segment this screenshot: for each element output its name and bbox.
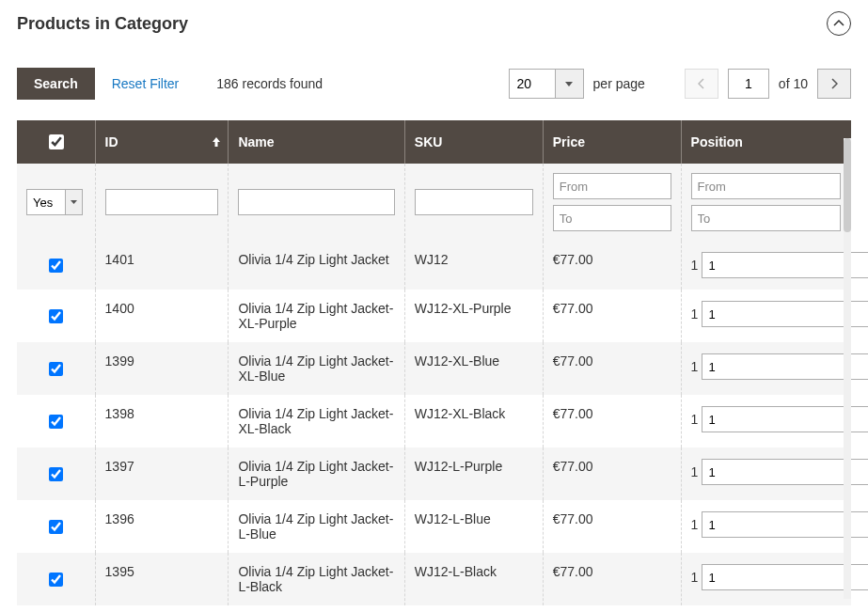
cell-price: €77.00: [543, 342, 681, 395]
cell-name: Olivia 1/4 Zip Light Jacket-XL-Black: [229, 395, 404, 447]
header-price[interactable]: Price: [543, 120, 681, 164]
cell-sku: WJ12-XL-Black: [404, 395, 543, 447]
position-prefix: 1: [691, 570, 699, 585]
header-name[interactable]: Name: [229, 120, 404, 164]
current-page-input[interactable]: [728, 69, 769, 99]
filter-price-to[interactable]: [553, 205, 671, 231]
cell-sku: WJ12-XL-Blue: [404, 342, 543, 395]
per-page-dropdown-toggle[interactable]: [556, 69, 584, 99]
position-prefix: 1: [691, 306, 699, 322]
table-row[interactable]: 1398Olivia 1/4 Zip Light Jacket-XL-Black…: [17, 395, 851, 447]
records-found-text: 186 records found: [216, 76, 323, 91]
cell-id: 1395: [95, 553, 229, 605]
cell-name: Olivia 1/4 Zip Light Jacket-L-Blue: [229, 500, 404, 553]
filter-select-include-input[interactable]: [26, 189, 66, 215]
cell-name: Olivia 1/4 Zip Light Jacket: [229, 241, 404, 290]
position-prefix: 1: [691, 517, 699, 532]
cell-id: 1401: [95, 241, 229, 290]
cell-id: 1397: [95, 447, 229, 500]
cell-position: 1: [681, 342, 850, 395]
sort-asc-icon: [213, 134, 220, 149]
filter-position-to[interactable]: [691, 205, 841, 231]
per-page-select[interactable]: [509, 69, 584, 99]
header-id[interactable]: ID: [95, 120, 229, 164]
cell-sku: WJ12: [404, 241, 543, 290]
cell-price: €77.00: [543, 447, 681, 500]
cell-sku: WJ12-L-Black: [404, 553, 543, 605]
header-position-label: Position: [691, 134, 743, 149]
prev-page-button[interactable]: [685, 69, 718, 99]
products-grid: ID Name SKU Price Position: [17, 120, 851, 605]
table-row[interactable]: 1395Olivia 1/4 Zip Light Jacket-L-BlackW…: [17, 553, 851, 605]
cell-position: 1: [681, 395, 850, 447]
cell-id: 1400: [95, 290, 229, 342]
table-row[interactable]: 1399Olivia 1/4 Zip Light Jacket-XL-BlueW…: [17, 342, 851, 395]
cell-price: €77.00: [543, 553, 681, 605]
chevron-right-icon: [830, 78, 838, 89]
table-row[interactable]: 1397Olivia 1/4 Zip Light Jacket-L-Purple…: [17, 447, 851, 500]
filter-id-input[interactable]: [105, 189, 219, 215]
cell-id: 1398: [95, 395, 229, 447]
chevron-up-icon: [833, 20, 844, 27]
header-price-label: Price: [553, 134, 585, 149]
filter-position-from[interactable]: [691, 173, 841, 199]
row-checkbox[interactable]: [49, 362, 63, 376]
collapse-toggle[interactable]: [827, 11, 851, 36]
header-sku-label: SKU: [415, 134, 443, 149]
row-checkbox[interactable]: [49, 259, 63, 273]
cell-position: 1: [681, 553, 850, 605]
cell-sku: WJ12-L-Blue: [404, 500, 543, 553]
table-row[interactable]: 1400Olivia 1/4 Zip Light Jacket-XL-Purpl…: [17, 290, 851, 342]
position-prefix: 1: [691, 359, 699, 374]
scrollbar-thumb[interactable]: [844, 138, 851, 232]
svg-marker-2: [71, 200, 77, 204]
cell-position: 1: [681, 447, 850, 500]
table-row[interactable]: 1396Olivia 1/4 Zip Light Jacket-L-BlueWJ…: [17, 500, 851, 553]
select-all-checkbox[interactable]: [49, 134, 64, 149]
search-button[interactable]: Search: [17, 68, 95, 100]
filter-select-include[interactable]: [26, 189, 86, 215]
total-pages-label: of 10: [779, 76, 808, 91]
next-page-button[interactable]: [817, 69, 851, 99]
svg-marker-1: [213, 137, 220, 147]
cell-name: Olivia 1/4 Zip Light Jacket-XL-Purple: [229, 290, 404, 342]
row-checkbox[interactable]: [49, 309, 63, 323]
row-checkbox[interactable]: [49, 573, 63, 587]
row-checkbox[interactable]: [49, 520, 63, 534]
table-row[interactable]: 1401Olivia 1/4 Zip Light JacketWJ12€77.0…: [17, 241, 851, 290]
cell-price: €77.00: [543, 241, 681, 290]
filter-select-include-toggle[interactable]: [66, 189, 83, 215]
cell-sku: WJ12-L-Purple: [404, 447, 543, 500]
cell-position: 1: [681, 241, 850, 290]
cell-price: €77.00: [543, 290, 681, 342]
filter-price-from[interactable]: [553, 173, 671, 199]
cell-price: €77.00: [543, 395, 681, 447]
header-select-all[interactable]: [17, 120, 95, 164]
filter-sku-input[interactable]: [415, 189, 533, 215]
position-prefix: 1: [691, 258, 699, 273]
cell-name: Olivia 1/4 Zip Light Jacket-L-Purple: [229, 447, 404, 500]
cell-name: Olivia 1/4 Zip Light Jacket-XL-Blue: [229, 342, 404, 395]
header-sku[interactable]: SKU: [404, 120, 543, 164]
header-name-label: Name: [238, 134, 274, 149]
cell-id: 1396: [95, 500, 229, 553]
cell-id: 1399: [95, 342, 229, 395]
caret-down-icon: [71, 200, 77, 204]
cell-name: Olivia 1/4 Zip Light Jacket-L-Black: [229, 553, 404, 605]
position-prefix: 1: [691, 412, 699, 427]
per-page-input[interactable]: [509, 69, 556, 99]
filter-row: [17, 164, 851, 241]
cell-position: 1: [681, 290, 850, 342]
svg-marker-0: [565, 82, 573, 86]
vertical-scrollbar[interactable]: [844, 138, 851, 599]
reset-filter-link[interactable]: Reset Filter: [112, 76, 180, 91]
row-checkbox[interactable]: [49, 415, 63, 429]
chevron-left-icon: [698, 78, 705, 89]
section-title: Products in Category: [17, 14, 188, 34]
header-position[interactable]: Position: [681, 120, 850, 164]
header-id-label: ID: [105, 134, 118, 149]
filter-name-input[interactable]: [238, 189, 394, 215]
caret-down-icon: [565, 82, 573, 86]
row-checkbox[interactable]: [49, 467, 63, 481]
cell-position: 1: [681, 500, 850, 553]
